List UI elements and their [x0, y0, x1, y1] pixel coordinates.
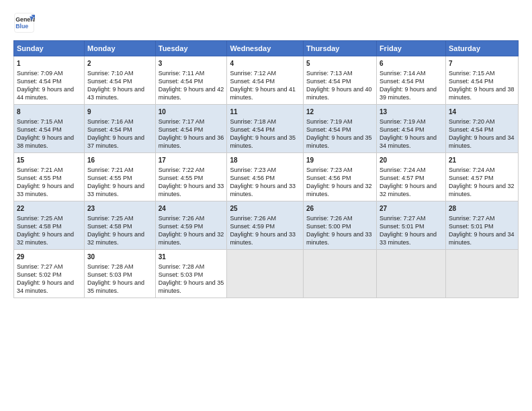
sunset: Sunset: 4:55 PM: [159, 175, 204, 181]
sunrise: Sunrise: 7:27 AM: [449, 215, 495, 222]
day-number: 1: [17, 59, 81, 68]
calendar-cell: 25Sunrise: 7:26 AMSunset: 4:59 PMDayligh…: [227, 201, 304, 250]
sunset: Sunset: 4:54 PM: [87, 78, 132, 85]
sunset: Sunset: 4:54 PM: [306, 78, 351, 85]
sunset: Sunset: 4:54 PM: [230, 126, 275, 133]
daylight-label: Daylight: 9 hours and 33 minutes.: [17, 183, 74, 197]
calendar-cell: 21Sunrise: 7:24 AMSunset: 4:57 PMDayligh…: [445, 153, 518, 201]
daylight-label: Daylight: 9 hours and 34 minutes.: [449, 134, 515, 149]
daylight-label: Daylight: 9 hours and 33 minutes.: [230, 183, 296, 197]
sunset: Sunset: 4:54 PM: [449, 78, 494, 85]
calendar-cell: [376, 250, 445, 298]
daylight-label: Daylight: 9 hours and 42 minutes.: [159, 86, 224, 101]
daylight-label: Daylight: 9 hours and 32 minutes.: [380, 183, 437, 197]
calendar-table: SundayMondayTuesdayWednesdayThursdayFrid…: [13, 40, 519, 298]
day-number: 24: [159, 204, 224, 214]
week-row-3: 15Sunrise: 7:21 AMSunset: 4:55 PMDayligh…: [14, 153, 519, 201]
col-header-monday: Monday: [85, 41, 156, 56]
sunrise: Sunrise: 7:19 AM: [380, 118, 426, 125]
day-number: 12: [306, 107, 373, 117]
daylight-label: Daylight: 9 hours and 39 minutes.: [380, 86, 437, 101]
daylight-label: Daylight: 9 hours and 33 minutes.: [230, 231, 296, 246]
calendar-cell: 22Sunrise: 7:25 AMSunset: 4:58 PMDayligh…: [14, 201, 85, 250]
daylight-label: Daylight: 9 hours and 43 minutes.: [87, 86, 144, 101]
day-number: 5: [306, 59, 373, 68]
sunrise: Sunrise: 7:23 AM: [306, 167, 353, 173]
col-header-sunday: Sunday: [14, 41, 85, 56]
sunrise: Sunrise: 7:14 AM: [380, 70, 426, 77]
sunset: Sunset: 4:54 PM: [17, 78, 62, 85]
daylight-label: Daylight: 9 hours and 44 minutes.: [17, 86, 74, 101]
col-header-wednesday: Wednesday: [227, 41, 304, 56]
day-number: 18: [230, 156, 300, 165]
day-number: 15: [17, 156, 81, 165]
day-number: 16: [87, 156, 152, 165]
col-header-tuesday: Tuesday: [155, 41, 227, 56]
sunrise: Sunrise: 7:15 AM: [449, 70, 495, 77]
day-number: 2: [87, 59, 152, 68]
week-row-5: 29Sunrise: 7:27 AMSunset: 5:02 PMDayligh…: [14, 250, 519, 298]
daylight-label: Daylight: 9 hours and 34 minutes.: [380, 134, 437, 149]
sunrise: Sunrise: 7:25 AM: [87, 215, 134, 222]
sunrise: Sunrise: 7:10 AM: [87, 70, 134, 77]
sunrise: Sunrise: 7:21 AM: [17, 167, 63, 173]
sunrise: Sunrise: 7:28 AM: [87, 263, 134, 270]
day-number: 29: [17, 253, 81, 262]
calendar-cell: 31Sunrise: 7:28 AMSunset: 5:03 PMDayligh…: [155, 250, 227, 298]
day-number: 11: [230, 107, 300, 117]
sunset: Sunset: 4:54 PM: [380, 78, 425, 85]
sunrise: Sunrise: 7:20 AM: [449, 118, 495, 125]
sunrise: Sunrise: 7:24 AM: [449, 167, 495, 173]
daylight-label: Daylight: 9 hours and 32 minutes.: [306, 183, 372, 197]
calendar-cell: 20Sunrise: 7:24 AMSunset: 4:57 PMDayligh…: [376, 153, 445, 201]
day-number: 26: [306, 204, 373, 214]
daylight-label: Daylight: 9 hours and 33 minutes.: [306, 231, 372, 246]
daylight-label: Daylight: 9 hours and 33 minutes.: [87, 183, 144, 197]
col-header-thursday: Thursday: [303, 41, 376, 56]
calendar-cell: 30Sunrise: 7:28 AMSunset: 5:03 PMDayligh…: [85, 250, 156, 298]
calendar-cell: 5Sunrise: 7:13 AMSunset: 4:54 PMDaylight…: [303, 56, 376, 105]
calendar-cell: [227, 250, 304, 298]
logo: General Blue: [13, 12, 38, 34]
day-number: 17: [159, 156, 224, 165]
daylight-label: Daylight: 9 hours and 32 minutes.: [87, 231, 144, 246]
col-header-friday: Friday: [376, 41, 445, 56]
day-number: 20: [380, 156, 443, 165]
sunset: Sunset: 4:58 PM: [17, 223, 62, 230]
sunset: Sunset: 4:54 PM: [306, 126, 351, 133]
week-row-1: 1Sunrise: 7:09 AMSunset: 4:54 PMDaylight…: [14, 56, 519, 105]
sunrise: Sunrise: 7:26 AM: [230, 215, 276, 222]
header: General Blue: [13, 12, 519, 34]
calendar-cell: [445, 250, 518, 298]
sunrise: Sunrise: 7:16 AM: [87, 118, 134, 125]
sunrise: Sunrise: 7:25 AM: [17, 215, 63, 222]
logo-icon: General Blue: [13, 12, 35, 34]
sunset: Sunset: 5:01 PM: [449, 223, 494, 230]
day-number: 30: [87, 253, 152, 262]
sunset: Sunset: 4:54 PM: [87, 126, 132, 133]
day-number: 4: [230, 59, 300, 68]
calendar-cell: 12Sunrise: 7:19 AMSunset: 4:54 PMDayligh…: [303, 105, 376, 153]
calendar-cell: 11Sunrise: 7:18 AMSunset: 4:54 PMDayligh…: [227, 105, 304, 153]
sunrise: Sunrise: 7:21 AM: [87, 167, 134, 173]
sunrise: Sunrise: 7:15 AM: [17, 118, 63, 125]
daylight-label: Daylight: 9 hours and 35 minutes.: [230, 134, 296, 149]
sunrise: Sunrise: 7:27 AM: [380, 215, 426, 222]
day-number: 27: [380, 204, 443, 214]
day-number: 22: [17, 204, 81, 214]
daylight-label: Daylight: 9 hours and 38 minutes.: [449, 86, 515, 101]
calendar-cell: [303, 250, 376, 298]
sunrise: Sunrise: 7:24 AM: [380, 167, 426, 173]
sunrise: Sunrise: 7:26 AM: [159, 215, 205, 222]
sunset: Sunset: 4:54 PM: [449, 126, 494, 133]
daylight-label: Daylight: 9 hours and 41 minutes.: [230, 86, 296, 101]
day-number: 23: [87, 204, 152, 214]
calendar-cell: 18Sunrise: 7:23 AMSunset: 4:56 PMDayligh…: [227, 153, 304, 201]
page: General Blue SundayMondayTuesdayWednesda…: [0, 0, 532, 411]
daylight-label: Daylight: 9 hours and 32 minutes.: [159, 231, 224, 246]
calendar-cell: 4Sunrise: 7:12 AMSunset: 4:54 PMDaylight…: [227, 56, 304, 105]
daylight-label: Daylight: 9 hours and 35 minutes.: [159, 279, 224, 294]
sunrise: Sunrise: 7:19 AM: [306, 118, 353, 125]
day-number: 28: [449, 204, 515, 214]
calendar-cell: 7Sunrise: 7:15 AMSunset: 4:54 PMDaylight…: [445, 56, 518, 105]
